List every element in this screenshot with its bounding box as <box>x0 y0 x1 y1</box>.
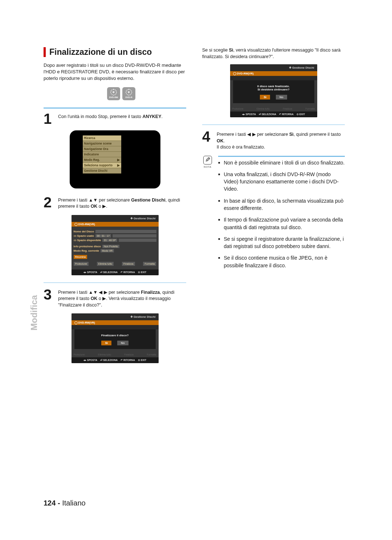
dialog-no: No <box>276 95 287 100</box>
dialog-yes: Sì <box>101 341 111 345</box>
screen-continue-prompt: ❖ Gestione Dischi ◯ DVD-RW(VR) Il disco … <box>202 64 345 117</box>
right-column: Se si sceglie Sì, verrà visualizzato l'u… <box>202 47 345 370</box>
screen-finalize-prompt: ❖ Gestione Dischi ◯ DVD-RW(VR) Finalizza… <box>44 313 186 363</box>
step-number: 3 <box>44 288 54 309</box>
note-item: Non è possibile eliminare i titoli di un… <box>224 159 344 166</box>
note-item: Il tempo di finalizzazione può variare a… <box>224 216 345 231</box>
screen-btn: Finalizza <box>122 262 135 266</box>
dialog-yes: Sì <box>260 95 270 100</box>
screen-btn: Protezione <box>74 262 89 266</box>
note-item: Una volta finalizzati, i dischi DVD-R/-R… <box>224 171 345 193</box>
screen-btn: Elimina tutto <box>97 262 114 266</box>
screen-btn-rename: Rinomina <box>74 255 87 259</box>
disc-icon: ✶DVD-RW <box>107 87 120 100</box>
divider <box>44 107 186 109</box>
menu-item: Ricerca <box>83 135 121 141</box>
section-title: Finalizzazione di un disco <box>44 47 186 57</box>
screen-anykey-menu: Ricerca Navigazione scene Navigazione Or… <box>44 130 186 188</box>
menu-item: Modo Reg.▶ <box>83 157 121 163</box>
note-icon: ✎ <box>203 156 212 165</box>
disc-icons-row: ✶DVD-RW ✶DVD-R <box>44 87 135 100</box>
step-3: 3 Premere i tasti ▲▼ ◀ ▶ per selezionare… <box>44 288 186 309</box>
menu-item: Gestione Dischi <box>83 168 121 174</box>
side-tab: Modifica <box>29 295 39 330</box>
screen-btn: Formatta <box>143 262 156 266</box>
menu-item: Seleziona supporto▶ <box>83 163 121 168</box>
note-item: Se il disco contiene musica o file JPEG,… <box>224 254 345 269</box>
step-number: 4 <box>202 130 212 151</box>
step-number: 1 <box>44 112 54 125</box>
left-column: Finalizzazione di un disco Dopo aver reg… <box>44 47 186 370</box>
step-number: 2 <box>44 196 54 210</box>
menu-item: Navigazione Ora <box>83 146 121 152</box>
step-2: 2 Premere i tasti ▲▼ per selezionare Ges… <box>44 196 186 210</box>
divider <box>202 125 345 125</box>
step-1: 1 Con l'unità in modo Stop, premere il t… <box>44 112 186 125</box>
note-item: Se si spegne il registratore durante la … <box>224 235 345 250</box>
note-block: ✎ NOTA ■ Non è possibile eliminare i tit… <box>202 156 345 274</box>
note-item: In base al tipo di disco, la schermata v… <box>224 197 345 212</box>
divider <box>44 283 186 283</box>
intro-paragraph: Dopo aver registrato i titoli su un disc… <box>44 62 186 82</box>
col2-intro: Se si sceglie Sì, verrà visualizzato l'u… <box>202 47 345 60</box>
menu-item: Navigazione scene <box>83 141 121 146</box>
page-footer: 124 - Italiano <box>44 499 86 507</box>
menu-item: Indicatore <box>83 152 121 157</box>
screen-gestione-dischi: ❖ Gestione Dischi ◯ DVD-RW(VR) Nome del … <box>44 215 186 275</box>
disc-icon: ✶DVD-R <box>122 87 135 100</box>
step-4: 4 Premere i tasti ◀ ▶ per selezionare Sì… <box>202 130 345 151</box>
dialog-no: No <box>117 341 128 345</box>
